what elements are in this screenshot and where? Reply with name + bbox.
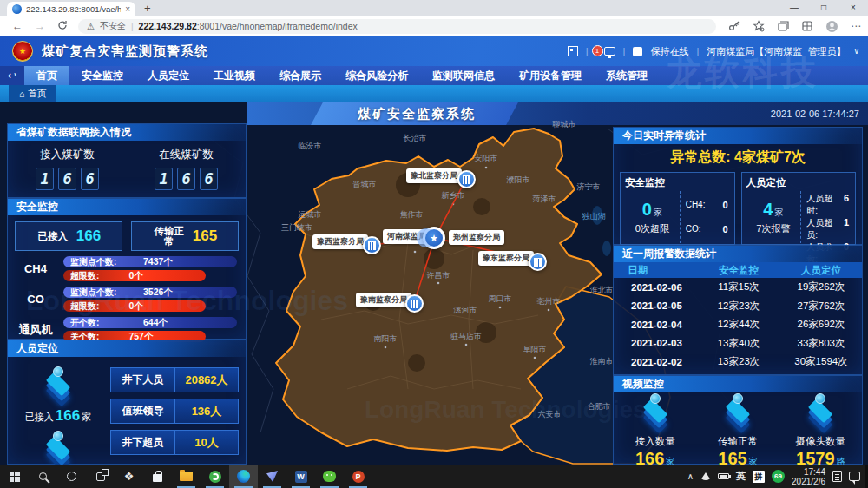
branch-marker-label[interactable]: 豫南监察分局 — [356, 293, 411, 307]
online-mines-counter: 在线煤矿数 1 6 6 — [127, 141, 246, 190]
taskbar-clock[interactable]: 17:44 2021/2/6 — [792, 467, 825, 486]
file-explorer-icon[interactable] — [172, 465, 201, 488]
table-row[interactable]: 2021-02-0611家15次19家262次 — [614, 278, 862, 297]
browser-toolbar-icons: ⋯ — [728, 20, 862, 33]
digit-box: 6 — [81, 168, 99, 190]
close-button[interactable]: × — [838, 0, 868, 16]
today-abnormal-panel: 今日实时异常统计 异常总数: 4家煤矿7次 安全监控 0家 0次超限 CH4:0 — [613, 127, 863, 245]
nav-item-personnel[interactable]: 人员定位 — [135, 66, 201, 85]
map-city-label: 安阳市 — [475, 153, 498, 164]
microsoft-store-icon[interactable] — [143, 465, 172, 488]
branch-marker-label[interactable]: 郑州监察分局 — [449, 230, 504, 245]
screen: 222.143.29.82:8001/vae/hnonem × + — □ × … — [0, 0, 868, 488]
branch-marker-label[interactable]: 豫北监察分局 — [406, 168, 462, 183]
dashboard-title: 煤矿安全监察系统 — [330, 106, 503, 122]
table-row[interactable]: 2021-02-0213家23次30家1594次 — [614, 353, 862, 372]
app-header-right: | 1 | 保持在线 | 河南煤监局【河南煤监_管理员】 ∨ — [568, 36, 859, 66]
search-icon[interactable] — [29, 465, 57, 488]
table-row[interactable]: 2021-02-0412家44次26家692次 — [614, 315, 862, 334]
browser-tab[interactable]: 222.143.29.82:8001/vae/hnonem × — [7, 2, 135, 16]
minimize-button[interactable]: — — [779, 0, 809, 16]
branch-building-icon[interactable] — [363, 236, 381, 254]
nav-item-risk[interactable]: 综合风险分析 — [333, 66, 420, 85]
table-header: 日期 安全监控 人员定位 — [614, 262, 862, 278]
nav-item-system[interactable]: 系统管理 — [594, 66, 660, 85]
panel-title: 近一周报警数据统计 — [614, 246, 862, 262]
nav-item-video[interactable]: 工业视频 — [201, 66, 267, 85]
cortana-icon[interactable] — [57, 465, 86, 488]
favorites-star-icon[interactable] — [753, 20, 765, 32]
tab-close-icon[interactable]: × — [125, 4, 130, 14]
pinned-app-icon[interactable]: ❖ — [115, 465, 143, 488]
breadcrumb[interactable]: ⌂ 首页 — [9, 85, 56, 102]
map-city-label: 菏泽市 — [533, 194, 556, 205]
nav-item-display[interactable]: 综合展示 — [267, 66, 333, 85]
not-secure-warning-icon: ⚠ — [87, 22, 95, 31]
province-connect-panel: 省煤矿数据联网接入情况 接入煤矿数 1 6 6 在线煤矿数 1 6 6 — [7, 123, 247, 198]
branch-building-icon[interactable] — [529, 253, 547, 271]
personnel-normal-stat: 传输正常163家 — [20, 430, 95, 465]
keep-online-checkbox[interactable] — [633, 47, 642, 56]
antivirus-score-badge[interactable]: 69 — [772, 470, 785, 483]
qr-code-icon[interactable] — [568, 46, 578, 56]
wifi-icon[interactable] — [700, 472, 711, 480]
map-city-label: 驻马店市 — [450, 331, 482, 342]
account-name[interactable]: 河南煤监局【河南煤监_管理员】 — [707, 45, 845, 58]
notification-center-icon[interactable] — [849, 472, 860, 481]
url-text[interactable]: 222.143.29.82:8001/vae/hnonemap/iframede… — [139, 21, 358, 31]
panel-title: 省煤矿数据联网接入情况 — [8, 124, 246, 141]
branch-building-icon[interactable] — [405, 294, 424, 313]
digit-box: 1 — [36, 168, 54, 190]
input-language-indicator[interactable]: 英 — [736, 470, 746, 483]
password-key-icon[interactable] — [728, 20, 740, 32]
points-bar: 监测点个数:3526个 — [63, 287, 237, 298]
chevron-down-icon[interactable]: ∨ — [853, 47, 859, 56]
new-tab-button[interactable]: + — [144, 2, 151, 15]
ime-icon[interactable]: 拼 — [753, 471, 765, 483]
powerpoint-icon[interactable] — [344, 465, 372, 488]
wechat-icon[interactable] — [315, 465, 344, 488]
map-city-label: 晋城市 — [353, 179, 377, 190]
mail-app-icon[interactable] — [258, 465, 286, 488]
back-icon[interactable]: ← — [12, 20, 23, 32]
map-city-label: 三门峡市 — [281, 222, 312, 234]
address-bar[interactable]: ⚠ 不安全 | 222.143.29.82:8001/vae/hnonemap/… — [78, 19, 716, 34]
system-tray: ∧ 英 拼 69 17:44 2021/2/6 — [687, 465, 860, 488]
security-label[interactable]: 不安全 — [100, 20, 126, 32]
hq-star-icon[interactable]: ★ — [423, 227, 445, 249]
word-icon[interactable] — [286, 465, 315, 488]
layers-3d-icon — [801, 399, 839, 427]
forward-icon[interactable]: → — [35, 20, 45, 32]
browser-menu-icon[interactable]: ⋯ — [851, 20, 862, 32]
branch-building-icon[interactable] — [457, 170, 476, 188]
table-row[interactable]: 2021-02-0512家23次27家762次 — [614, 297, 862, 316]
nav-collapse-icon[interactable]: ↩ — [0, 66, 24, 85]
start-button[interactable] — [0, 465, 29, 488]
map-city-label: 漯河市 — [454, 305, 477, 316]
battery-icon[interactable] — [718, 473, 729, 479]
nav-item-home[interactable]: 首页 — [24, 66, 69, 85]
collections-icon[interactable] — [777, 20, 789, 32]
tab-groups-icon[interactable] — [801, 20, 813, 32]
nav-item-network-info[interactable]: 监测联网信息 — [420, 66, 507, 85]
abnormal-personnel-box: 人员定位 4家 7次报警 人员超时:6 人员超员:1 人员求救:0 限制区域:0 — [741, 172, 857, 245]
digit-box: 6 — [200, 168, 218, 190]
maximize-button[interactable]: □ — [809, 0, 838, 16]
sticky-notes-icon[interactable] — [832, 471, 842, 482]
profile-avatar[interactable] — [825, 20, 838, 33]
task-view-icon[interactable] — [86, 465, 115, 488]
edge-browser-icon[interactable] — [229, 465, 258, 488]
nav-item-equipment[interactable]: 矿用设备管理 — [507, 66, 594, 85]
windows-taskbar: ❖ ∧ 英 拼 69 17:44 2021/2/6 — [0, 465, 868, 488]
layers-3d-icon — [719, 399, 757, 427]
branch-marker-label[interactable]: 豫西监察分局 — [312, 234, 368, 249]
monitor-icon[interactable] — [604, 47, 615, 56]
tray-expand-icon[interactable]: ∧ — [687, 472, 694, 481]
branch-marker-label[interactable]: 豫东监察分局 — [478, 251, 534, 266]
nav-item-safety[interactable]: 安全监控 — [69, 66, 135, 85]
table-row[interactable]: 2021-02-0313家40次33家803次 — [614, 334, 862, 353]
video-stat: 摄像头数量 1579路 — [779, 392, 862, 465]
360-browser-icon[interactable] — [201, 465, 229, 488]
map-city-label: 合肥市 — [588, 401, 611, 412]
refresh-icon[interactable] — [57, 20, 68, 33]
